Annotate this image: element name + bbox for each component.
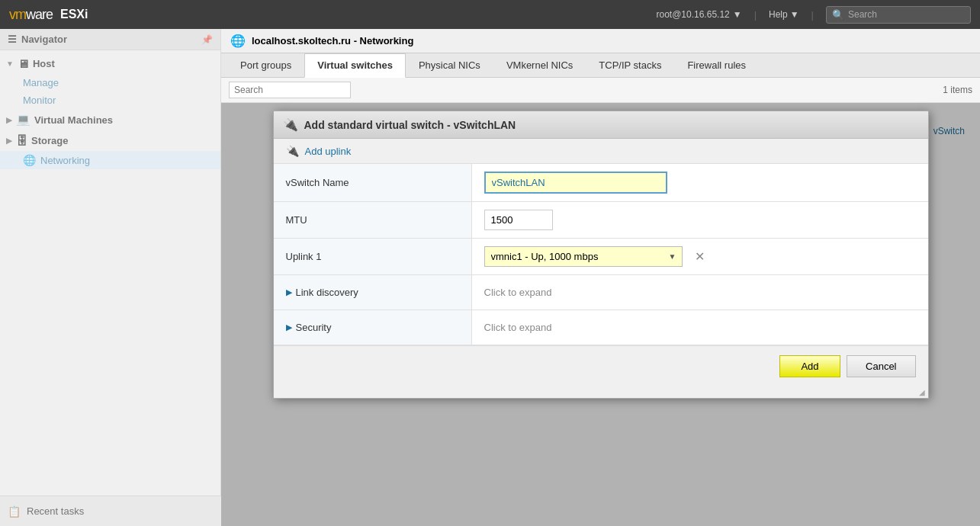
label-link-discovery[interactable]: ▶ Link discovery	[274, 275, 472, 310]
security-label: Security	[296, 322, 332, 333]
main-layout: ☰ Navigator 📌 ▼ 🖥 Host Manage Monitor ▶ …	[0, 29, 980, 526]
items-count: 1 items	[943, 85, 972, 95]
content-search-input[interactable]	[229, 82, 351, 98]
add-uplink-link[interactable]: Add uplink	[305, 146, 352, 157]
recent-tasks-bar: 📋 Recent tasks	[0, 496, 221, 526]
add-uplink-icon: 🔌	[286, 145, 299, 157]
tab-vmkernel-nics[interactable]: VMkernel NICs	[493, 53, 586, 77]
manage-label: Manage	[23, 77, 59, 88]
vmware-logo: vmware	[9, 7, 53, 23]
sidebar-item-host[interactable]: ▼ 🖥 Host	[0, 53, 220, 74]
label-mtu: MTU	[274, 202, 472, 238]
sidebar-item-manage[interactable]: Manage	[0, 74, 220, 91]
search-icon: 🔍	[832, 9, 844, 21]
label-vswitch-name: vSwitch Name	[274, 164, 472, 201]
help-dropdown-icon: ▼	[790, 9, 799, 20]
vms-arrow-icon: ▶	[6, 116, 12, 124]
add-vswitch-modal: 🔌 Add standard virtual switch - vSwitchL…	[273, 111, 929, 399]
recent-tasks-icon: 📋	[8, 505, 21, 518]
uplink1-select[interactable]: vmnic1 - Up, 1000 mbps vmnic0 - Up, 1000…	[484, 246, 683, 267]
modal-title-icon: 🔌	[283, 117, 298, 132]
sidebar-vms-label: Virtual Machines	[34, 114, 113, 126]
storage-arrow-icon: ▶	[6, 136, 12, 145]
sidebar-header: ☰ Navigator 📌	[0, 29, 220, 50]
sidebar-item-monitor[interactable]: Monitor	[0, 91, 220, 109]
label-security[interactable]: ▶ Security	[274, 310, 472, 345]
content-body: vSwitch 🔌 Add standard virtual switch - …	[221, 103, 980, 526]
sidebar-title: ☰ Navigator	[8, 34, 67, 45]
global-search[interactable]: 🔍	[826, 6, 971, 24]
modal-add-uplink-bar: 🔌 Add uplink	[274, 139, 928, 164]
esxi-logo: ESXi	[60, 8, 88, 21]
modal-overlay: 🔌 Add standard virtual switch - vSwitchL…	[221, 103, 980, 526]
sidebar-pin-icon[interactable]: 📌	[201, 34, 213, 45]
modal-title-text: Add standard virtual switch - vSwitchLAN	[304, 119, 516, 131]
content-header-icon: 🌐	[230, 34, 246, 48]
uplink1-remove-button[interactable]: ✕	[690, 248, 709, 265]
link-discovery-label: Link discovery	[296, 287, 358, 298]
separator-1: |	[754, 9, 757, 21]
networking-icon: 🌐	[23, 154, 36, 166]
input-cell-link-discovery: Click to expand	[472, 275, 928, 310]
form-row-uplink1: Uplink 1 vmnic1 - Up, 1000 mbps vmnic0 -…	[274, 239, 928, 275]
content-toolbar: 1 items	[221, 78, 980, 103]
form-row-security: ▶ Security Click to expand	[274, 310, 928, 345]
separator-2: |	[811, 9, 814, 21]
input-cell-security: Click to expand	[472, 310, 928, 345]
username-label: root@10.16.65.12	[656, 9, 729, 20]
sidebar-networking-label: Networking	[40, 155, 90, 166]
tabs-bar: Port groups Virtual switches Physical NI…	[221, 53, 980, 78]
input-cell-uplink1: vmnic1 - Up, 1000 mbps vmnic0 - Up, 1000…	[472, 239, 928, 274]
security-expand-text: Click to expand	[484, 322, 552, 333]
sidebar-item-storage[interactable]: ▶ 🗄 Storage	[0, 130, 220, 151]
monitor-label: Monitor	[23, 95, 56, 106]
vms-icon: 💻	[16, 113, 31, 127]
header-bar: vmware ESXi root@10.16.65.12 ▼ | Help ▼ …	[0, 0, 980, 29]
help-menu[interactable]: Help ▼	[769, 9, 799, 20]
cancel-button[interactable]: Cancel	[847, 355, 915, 377]
modal-form: vSwitch Name MTU	[274, 164, 928, 345]
sidebar-title-text: Navigator	[21, 34, 67, 45]
security-arrow-icon: ▶	[286, 322, 292, 332]
sidebar-host-label: Host	[33, 58, 55, 69]
mtu-input[interactable]	[484, 210, 553, 230]
user-menu[interactable]: root@10.16.65.12 ▼	[656, 9, 741, 20]
sidebar-nav: ▼ 🖥 Host Manage Monitor ▶ 💻 Virtual Mach…	[0, 50, 220, 172]
input-cell-mtu	[472, 202, 928, 238]
tab-tcpip-stacks[interactable]: TCP/IP stacks	[586, 53, 674, 77]
recent-tasks-label: Recent tasks	[27, 505, 84, 517]
label-uplink1: Uplink 1	[274, 239, 472, 274]
user-dropdown-icon: ▼	[733, 9, 742, 20]
uplink-select-wrapper: vmnic1 - Up, 1000 mbps vmnic0 - Up, 1000…	[484, 246, 683, 267]
modal-footer: Add Cancel	[274, 345, 928, 386]
sidebar-nav-icon: ☰	[8, 34, 17, 45]
host-icon: 🖥	[18, 57, 29, 70]
form-row-mtu: MTU	[274, 202, 928, 239]
help-label: Help	[769, 9, 788, 20]
search-input[interactable]	[848, 9, 955, 20]
tab-port-groups[interactable]: Port groups	[227, 53, 304, 77]
add-button[interactable]: Add	[779, 355, 840, 377]
content-header: 🌐 localhost.skoltech.ru - Networking	[221, 29, 980, 53]
form-row-vswitch-name: vSwitch Name	[274, 164, 928, 202]
sidebar-storage-label: Storage	[31, 135, 68, 146]
content-header-title: localhost.skoltech.ru - Networking	[252, 35, 413, 47]
form-row-link-discovery: ▶ Link discovery Click to expand	[274, 275, 928, 310]
input-cell-vswitch-name	[472, 164, 928, 201]
modal-resize-handle[interactable]: ◢	[274, 386, 928, 398]
sidebar-item-networking[interactable]: 🌐 Networking	[0, 151, 220, 169]
tab-virtual-switches[interactable]: Virtual switches	[304, 53, 406, 78]
vswitch-name-input[interactable]	[484, 172, 667, 194]
link-discovery-arrow-icon: ▶	[286, 287, 292, 297]
storage-icon: 🗄	[16, 134, 27, 147]
sidebar-item-vms[interactable]: ▶ 💻 Virtual Machines	[0, 109, 220, 130]
sidebar: ☰ Navigator 📌 ▼ 🖥 Host Manage Monitor ▶ …	[0, 29, 221, 526]
host-arrow-icon: ▼	[6, 59, 14, 68]
tab-physical-nics[interactable]: Physical NICs	[406, 53, 493, 77]
content-area: 🌐 localhost.skoltech.ru - Networking Por…	[221, 29, 980, 526]
link-discovery-expand-text: Click to expand	[484, 287, 552, 298]
tab-firewall-rules[interactable]: Firewall rules	[674, 53, 759, 77]
modal-titlebar: 🔌 Add standard virtual switch - vSwitchL…	[274, 111, 928, 139]
